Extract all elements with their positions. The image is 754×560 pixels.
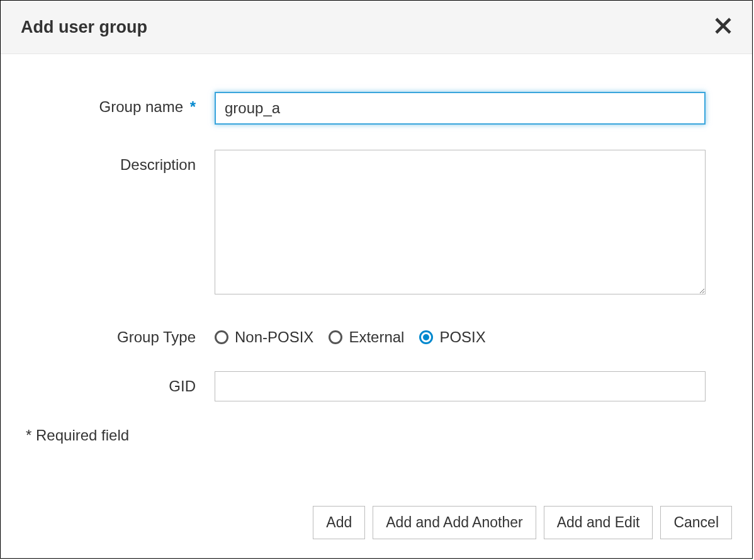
group-name-label: Group name *	[26, 92, 215, 116]
dialog-header: Add user group	[1, 1, 752, 54]
gid-label: GID	[26, 371, 215, 395]
group-name-row: Group name *	[26, 92, 727, 125]
radio-icon	[215, 330, 228, 344]
group-type-row: Group Type Non-POSIX External	[26, 322, 727, 346]
add-and-add-another-button[interactable]: Add and Add Another	[373, 506, 536, 539]
radio-posix[interactable]: POSIX	[419, 328, 485, 346]
group-name-input[interactable]	[215, 92, 706, 125]
group-type-radio-group: Non-POSIX External POSIX	[215, 322, 706, 346]
radio-external[interactable]: External	[329, 328, 404, 346]
description-row: Description	[26, 150, 727, 297]
dialog-title: Add user group	[21, 18, 147, 37]
description-input[interactable]	[215, 150, 706, 294]
close-icon[interactable]	[714, 16, 732, 38]
required-field-note: * Required field	[26, 427, 727, 444]
group-type-label: Group Type	[26, 322, 215, 346]
add-and-edit-button[interactable]: Add and Edit	[544, 506, 653, 539]
radio-label: External	[349, 328, 404, 346]
dialog-footer: Add Add and Add Another Add and Edit Can…	[1, 493, 752, 558]
add-user-group-dialog: Add user group Group name * Description …	[0, 0, 753, 559]
radio-label: Non-POSIX	[235, 328, 313, 346]
radio-dot-icon	[423, 334, 429, 340]
gid-input[interactable]	[215, 371, 706, 401]
radio-icon	[419, 330, 433, 344]
dialog-body: Group name * Description Group Type Non-…	[1, 54, 752, 493]
required-star-icon: *	[190, 98, 196, 115]
add-button[interactable]: Add	[313, 506, 365, 539]
radio-label: POSIX	[439, 328, 485, 346]
gid-row: GID	[26, 371, 727, 401]
radio-icon	[329, 330, 342, 344]
cancel-button[interactable]: Cancel	[660, 506, 732, 539]
radio-non-posix[interactable]: Non-POSIX	[215, 328, 313, 346]
description-label: Description	[26, 150, 215, 174]
